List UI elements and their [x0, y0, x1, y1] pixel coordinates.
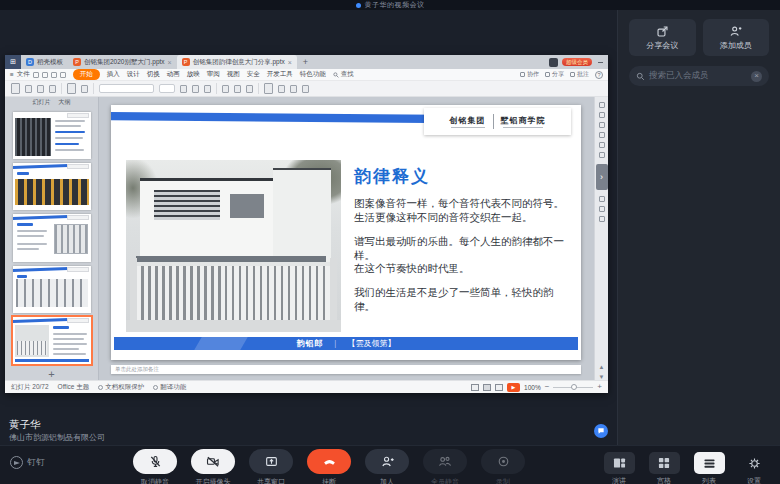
- menu-insert[interactable]: 插入: [107, 70, 120, 79]
- picture-icon[interactable]: [290, 85, 297, 93]
- menu-home[interactable]: 开始: [73, 69, 100, 80]
- view-mode-grid[interactable]: 宫格: [646, 452, 682, 484]
- play-slideshow-button[interactable]: ▶: [507, 383, 520, 392]
- notes-input[interactable]: 单击此处添加备注: [111, 365, 581, 374]
- properties-icon[interactable]: [599, 102, 605, 108]
- mute-all-button[interactable]: 全员静音: [423, 449, 467, 484]
- tab-document-2-active[interactable]: P 创铭集团韵律创意大门分享.pptx ×: [177, 55, 297, 69]
- hang-up-button[interactable]: 挂断: [307, 449, 351, 484]
- share-meeting-button[interactable]: 分享会议: [629, 19, 696, 56]
- slide-thumbnail-3[interactable]: [13, 214, 91, 261]
- undo-icon[interactable]: [51, 72, 57, 78]
- paste-icon[interactable]: [11, 83, 20, 94]
- slide-thumbnail-5-current[interactable]: [13, 317, 91, 364]
- animation-pane-icon[interactable]: [599, 112, 605, 118]
- text-tools-icon[interactable]: [264, 83, 273, 94]
- template-pane-icon[interactable]: [599, 206, 605, 212]
- new-tab-button[interactable]: +: [297, 57, 314, 67]
- copy-icon[interactable]: [37, 85, 44, 93]
- table-icon[interactable]: [302, 85, 309, 93]
- find-menu[interactable]: 查找: [333, 70, 354, 79]
- layout-pane-icon[interactable]: [599, 142, 605, 148]
- slide-thumbnail-1[interactable]: [13, 112, 91, 159]
- new-slide-icon[interactable]: [67, 83, 76, 94]
- menu-slideshow[interactable]: 放映: [187, 70, 200, 79]
- view-mode-list[interactable]: 列表: [691, 452, 727, 484]
- minimize-window-icon[interactable]: [598, 62, 603, 63]
- slide-thumbnail-4[interactable]: [13, 266, 91, 313]
- shapes-icon[interactable]: [278, 85, 285, 93]
- font-name-box[interactable]: [99, 84, 154, 93]
- close-tab-icon[interactable]: ×: [288, 59, 292, 66]
- tab-template-store[interactable]: D 稻壳模板: [21, 55, 68, 69]
- menu-devtools[interactable]: 开发工具: [267, 70, 293, 79]
- font-size-box[interactable]: [159, 84, 175, 93]
- tab-document-1[interactable]: P 创铭集团2020别墅大门.pptx ×: [68, 55, 177, 69]
- chat-bubble-badge[interactable]: [594, 424, 608, 438]
- align-center-icon[interactable]: [234, 85, 241, 93]
- panel-tab-outline[interactable]: 大纲: [59, 98, 71, 107]
- settings-button[interactable]: 设置: [736, 452, 772, 484]
- slide-sorter-view-icon[interactable]: [483, 384, 491, 391]
- resource-pane-icon[interactable]: [599, 216, 605, 222]
- zoom-slider[interactable]: [553, 387, 593, 388]
- align-left-icon[interactable]: [222, 85, 229, 93]
- footer-slogan: 【雲及领第】: [347, 338, 395, 349]
- slide-layout-icon[interactable]: [81, 85, 88, 93]
- menu-features[interactable]: 特色功能: [300, 70, 326, 79]
- add-member-button[interactable]: 添加成员: [703, 19, 770, 56]
- menu-animation[interactable]: 动画: [167, 70, 180, 79]
- help-button[interactable]: ?: [595, 71, 603, 79]
- view-mode-speaker[interactable]: 演讲: [601, 452, 637, 484]
- design-pane-icon[interactable]: [599, 122, 605, 128]
- vip-membership-pill[interactable]: 超级会员: [562, 58, 592, 66]
- redo-icon[interactable]: [60, 72, 66, 78]
- doc-protection[interactable]: 文档权限保护: [98, 383, 144, 392]
- reading-view-icon[interactable]: [495, 384, 503, 391]
- search-icon: [636, 72, 645, 81]
- comments-pane-icon[interactable]: [599, 132, 605, 138]
- clear-search-icon[interactable]: ×: [751, 71, 762, 82]
- menu-view[interactable]: 视图: [227, 70, 240, 79]
- prev-slide-arrow-icon[interactable]: ▲: [599, 364, 605, 370]
- list-layout-icon: [703, 458, 716, 469]
- cut-icon[interactable]: [25, 85, 32, 93]
- menu-design[interactable]: 设计: [127, 70, 140, 79]
- unmute-button[interactable]: 取消静音: [133, 449, 177, 484]
- translate-tool[interactable]: 翻译功能: [153, 383, 186, 392]
- underline-icon[interactable]: [204, 85, 211, 93]
- slide-thumbnail-2[interactable]: [13, 163, 91, 210]
- share-window-button[interactable]: 共享窗口: [249, 449, 293, 484]
- chart-pane-icon[interactable]: [599, 152, 605, 158]
- camera-on-button[interactable]: 开启摄像头: [191, 449, 235, 484]
- normal-view-icon[interactable]: [471, 384, 479, 391]
- align-right-icon[interactable]: [246, 85, 253, 93]
- save-icon[interactable]: [33, 72, 39, 78]
- zoom-in-button[interactable]: +: [597, 383, 602, 391]
- member-search-input[interactable]: 搜索已入会成员 ×: [629, 66, 769, 86]
- panel-tab-slides[interactable]: 幻灯片: [33, 98, 51, 107]
- wps-home-button[interactable]: ⊞: [5, 55, 21, 69]
- help-pane-icon[interactable]: [599, 196, 605, 202]
- collaborate-button[interactable]: 协作: [520, 70, 539, 79]
- current-slide[interactable]: 创铭集团 墅铝商学院: [111, 105, 581, 360]
- menu-review[interactable]: 审阅: [207, 70, 220, 79]
- format-painter-icon[interactable]: [49, 85, 56, 93]
- person-add-icon: [729, 25, 742, 38]
- file-menu[interactable]: 文件: [17, 70, 30, 79]
- menu-transition[interactable]: 切换: [147, 70, 160, 79]
- bold-icon[interactable]: [180, 85, 187, 93]
- add-person-button[interactable]: 加人: [365, 449, 409, 484]
- comment-button[interactable]: 批注: [570, 70, 589, 79]
- expand-pane-button[interactable]: ›: [596, 164, 608, 190]
- record-button[interactable]: 录制: [481, 449, 525, 484]
- hamburger-icon[interactable]: ≡: [10, 71, 14, 78]
- account-avatar[interactable]: [549, 58, 558, 67]
- zoom-out-button[interactable]: −: [545, 383, 550, 391]
- share-button[interactable]: 分享: [545, 70, 564, 79]
- menu-security[interactable]: 安全: [247, 70, 260, 79]
- add-slide-button[interactable]: +: [48, 368, 54, 380]
- italic-icon[interactable]: [192, 85, 199, 93]
- print-icon[interactable]: [42, 72, 48, 78]
- close-tab-icon[interactable]: ×: [168, 59, 172, 66]
